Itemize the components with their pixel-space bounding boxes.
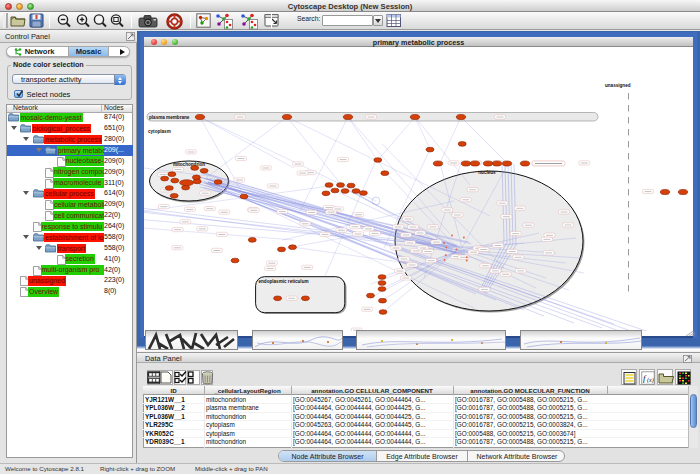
svg-text:unassigned: unassigned: [605, 83, 631, 88]
svg-text:mitochondrion: mitochondrion: [173, 162, 205, 167]
svg-text:nucleus: nucleus: [478, 170, 496, 175]
svg-text:(x): (x): [647, 376, 654, 383]
svg-text:plasma membrane: plasma membrane: [149, 115, 190, 120]
svg-text:endoplasmic reticulum: endoplasmic reticulum: [259, 279, 309, 284]
svg-text:cytoplasm: cytoplasm: [148, 129, 171, 134]
